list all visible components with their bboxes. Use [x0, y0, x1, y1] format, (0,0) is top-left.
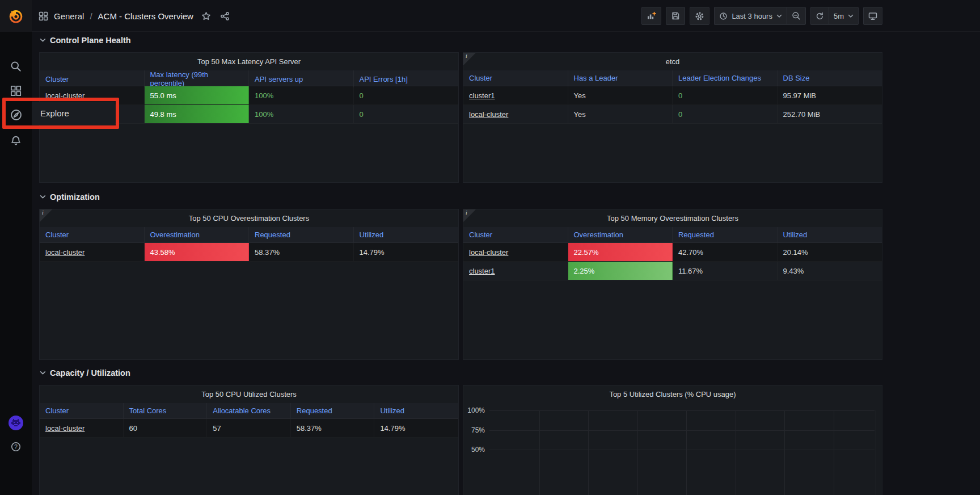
column-header[interactable]: Requested: [249, 227, 354, 242]
tv-mode-button[interactable]: [863, 7, 882, 25]
panel-title[interactable]: Top 50 CPU Utilized Clusters: [40, 385, 458, 403]
column-header[interactable]: Utilized: [374, 403, 458, 418]
time-range-picker[interactable]: Last 3 hours: [714, 7, 787, 25]
column-header[interactable]: Cluster: [463, 70, 568, 86]
gridline: [588, 410, 589, 495]
dashboard-grid-icon[interactable]: [39, 11, 48, 21]
bell-icon: [10, 135, 22, 146]
has-leader-cell: Yes: [568, 105, 673, 123]
table-header-row: Cluster Total Cores Allocatable Cores Re…: [40, 403, 458, 419]
panel-title[interactable]: Top 50 Memory Overestimation Clusters: [463, 209, 882, 227]
column-header[interactable]: Cluster: [40, 403, 124, 418]
compass-icon: [10, 109, 22, 121]
column-header[interactable]: Utilized: [778, 227, 882, 242]
section-control-plane-health[interactable]: Control Plane Health: [40, 35, 131, 46]
panel-cpu-overestimation: i Top 50 CPU Overestimation Clusters Clu…: [39, 209, 459, 360]
db-size-cell: 95.97 MiB: [778, 86, 882, 104]
column-header[interactable]: Cluster: [463, 227, 568, 242]
api-errors-cell: 0: [354, 86, 459, 104]
section-optimization[interactable]: Optimization: [40, 191, 100, 203]
sidebar-item-dashboards[interactable]: [0, 79, 32, 103]
column-header[interactable]: Leader Election Changes: [673, 70, 778, 86]
cluster-link[interactable]: local-cluster: [469, 248, 508, 257]
cluster-link[interactable]: cluster1: [469, 267, 495, 275]
table-row: cluster1 Yes 0 95.97 MiB: [463, 86, 882, 105]
requested-cell: 11.67%: [673, 262, 778, 280]
gridline: [489, 410, 875, 411]
utilized-cell: 9.43%: [778, 262, 882, 280]
column-header[interactable]: Requested: [291, 403, 375, 418]
column-header[interactable]: Cluster: [40, 227, 145, 242]
column-header[interactable]: DB Size: [778, 70, 882, 86]
column-header[interactable]: Overestimation: [145, 227, 250, 242]
column-header[interactable]: Cluster: [40, 70, 145, 87]
section-capacity-utilization[interactable]: Capacity / Utilization: [40, 367, 130, 379]
column-header[interactable]: Max latency (99th percentile): [145, 70, 250, 87]
sidebar-item-explore[interactable]: [0, 103, 32, 127]
column-header[interactable]: Has a Leader: [568, 70, 673, 86]
sidebar-item-search[interactable]: [0, 54, 32, 78]
dashboard-settings-button[interactable]: [690, 7, 709, 25]
table-row: cluster1 2.25% 11.67% 9.43%: [463, 262, 882, 280]
grafana-logo[interactable]: [0, 0, 32, 32]
column-header[interactable]: Total Cores: [124, 403, 208, 418]
refresh-interval-label: 5m: [834, 12, 844, 20]
utilized-cell: 14.79%: [354, 243, 459, 261]
dashboards-grid-icon: [10, 85, 22, 97]
refresh-interval-picker[interactable]: 5m: [829, 7, 859, 25]
breadcrumb-separator: /: [90, 11, 92, 21]
gridline: [736, 410, 736, 495]
search-icon: [10, 61, 22, 72]
breadcrumb-folder[interactable]: General: [54, 11, 84, 21]
cluster-link[interactable]: local-cluster: [469, 110, 508, 119]
chevron-down-icon: [848, 14, 854, 18]
chevron-down-icon: [40, 371, 46, 375]
sidebar-item-profile[interactable]: [0, 411, 32, 435]
table-row: local-cluster 60 57 58.37% 14.79%: [40, 419, 458, 438]
dashboard-toolbar: Last 3 hours 5m: [641, 7, 882, 25]
requested-cell: 58.37%: [249, 243, 354, 261]
section-title: Optimization: [50, 192, 100, 202]
y-axis-tick: 75%: [463, 426, 485, 434]
zoom-out-time-button[interactable]: [787, 7, 806, 25]
panel-title[interactable]: Top 50 CPU Overestimation Clusters: [40, 209, 458, 227]
column-header[interactable]: Allocatable Cores: [207, 403, 291, 418]
column-header[interactable]: Requested: [673, 227, 778, 242]
section-title: Capacity / Utilization: [50, 368, 130, 377]
zoom-out-icon: [792, 11, 801, 20]
sidebar-item-help[interactable]: ?: [0, 435, 32, 459]
star-icon[interactable]: [201, 11, 211, 21]
panel-title[interactable]: etcd: [463, 53, 882, 70]
gridline: [637, 410, 638, 495]
leader-election-changes-cell: 0: [673, 86, 778, 104]
column-header[interactable]: API servers up: [249, 70, 354, 87]
panel-info-corner[interactable]: i: [40, 209, 52, 222]
overestimation-cell: 43.58%: [145, 243, 250, 261]
dashboard-title[interactable]: ACM - Clusters Overview: [98, 11, 193, 21]
table-header-row: Cluster Overestimation Requested Utilize…: [463, 227, 882, 243]
save-dashboard-button[interactable]: [666, 7, 685, 25]
cluster-link[interactable]: local-cluster: [45, 424, 85, 433]
total-cores-cell: 60: [124, 419, 208, 437]
column-header[interactable]: Utilized: [354, 227, 459, 242]
table-row: local-cluster 22.57% 42.70% 20.14%: [463, 243, 882, 262]
panel-info-corner[interactable]: i: [463, 53, 476, 65]
svg-text:?: ?: [14, 443, 18, 450]
panel-info-corner[interactable]: i: [463, 209, 476, 222]
share-icon[interactable]: [220, 11, 230, 21]
left-sidebar: ?: [0, 32, 32, 495]
gridline: [686, 410, 687, 495]
monitor-icon: [868, 11, 877, 20]
gridline: [489, 450, 875, 450]
column-header[interactable]: API Errors [1h]: [354, 70, 459, 87]
refresh-button[interactable]: [810, 7, 829, 25]
column-header[interactable]: Overestimation: [568, 227, 673, 242]
cluster-link[interactable]: local-cluster: [45, 248, 85, 257]
sidebar-item-alerting[interactable]: [0, 129, 32, 153]
panel-etcd: i etcd Cluster Has a Leader Leader Elect…: [463, 52, 882, 183]
cluster-link[interactable]: local-cluster: [45, 91, 85, 100]
panel-title[interactable]: Top 5 Utilized Clusters (% CPU usage): [463, 385, 882, 403]
cluster-link[interactable]: cluster1: [469, 91, 495, 100]
panel-title[interactable]: Top 50 Max Latency API Server: [40, 53, 458, 70]
add-panel-button[interactable]: [641, 7, 661, 25]
